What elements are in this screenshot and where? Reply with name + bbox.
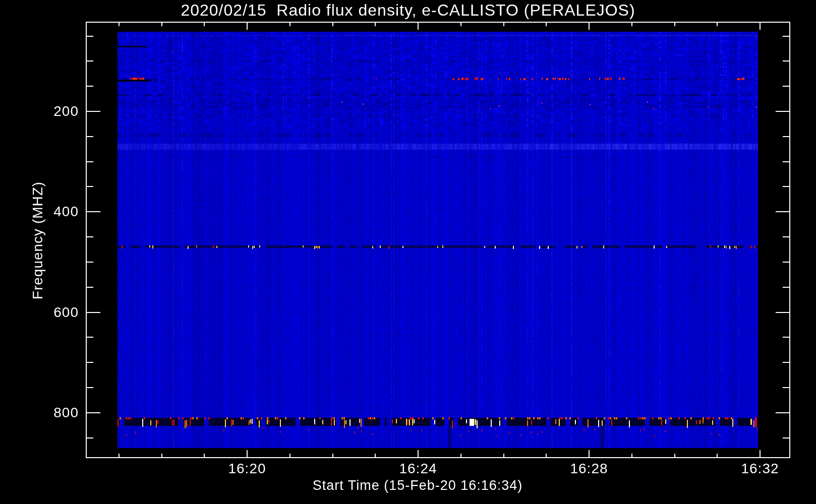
plot-frame — [86, 22, 790, 458]
y-tick-label-600: 600 — [18, 304, 79, 321]
y-tick-label-200: 200 — [18, 103, 79, 120]
x-tick-label-1620: 16:20 — [204, 461, 290, 477]
x-tick-label-1628: 16:28 — [546, 461, 632, 477]
y-tick-label-800: 800 — [18, 404, 79, 421]
y-tick-label-400: 400 — [18, 203, 79, 220]
x-axis-label: Start Time (15-Feb-20 16:16:34) — [191, 478, 645, 493]
plot-title: 2020/02/15 Radio flux density, e-CALLIST… — [0, 1, 816, 20]
axes-frame — [0, 0, 816, 504]
radio-spectrogram-plot: 2020/02/15 Radio flux density, e-CALLIST… — [0, 0, 816, 504]
y-axis-label: Frequency (MHZ) — [30, 99, 46, 382]
x-tick-label-1624: 16:24 — [375, 461, 461, 477]
x-tick-label-1632: 16:32 — [717, 461, 803, 477]
